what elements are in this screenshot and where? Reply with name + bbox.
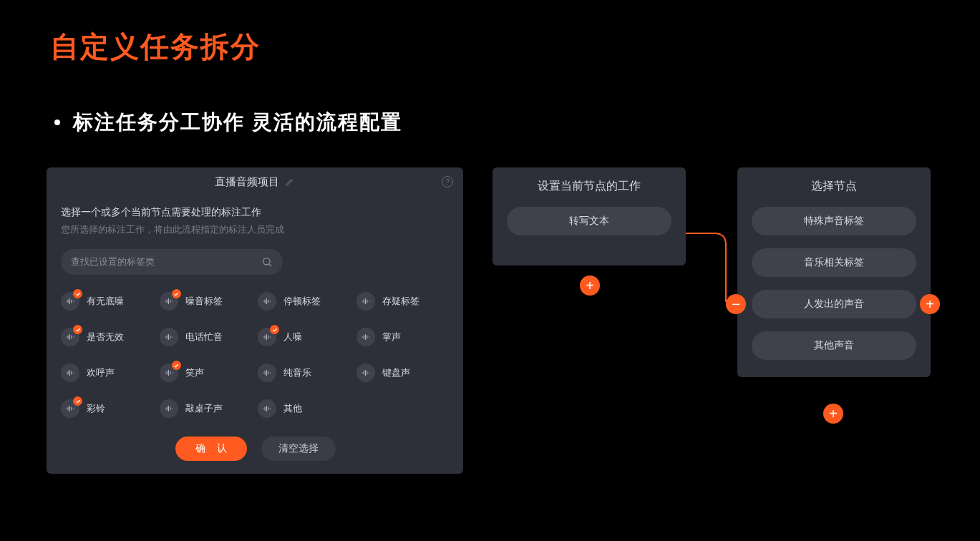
tag-label: 欢呼声 — [87, 366, 115, 379]
tag-grid: 有无底噪噪音标签停顿标签存疑标签是否无效电话忙音人噪掌声欢呼声笑声纯音乐键盘声彩… — [61, 292, 449, 418]
clear-button[interactable]: 清空选择 — [261, 437, 336, 461]
panel-header: 直播音频项目 ? — [47, 167, 463, 196]
card-b-title: 选择节点 — [752, 179, 916, 194]
search-icon — [261, 256, 273, 268]
confirm-button[interactable]: 确 认 — [175, 437, 247, 461]
bullet-dot — [54, 120, 60, 125]
tag-label: 敲桌子声 — [185, 402, 223, 415]
checked-badge — [73, 396, 82, 406]
tag-item[interactable]: 掌声 — [356, 328, 450, 346]
tag-label: 掌声 — [382, 331, 401, 343]
tag-item[interactable]: 敲桌子声 — [160, 399, 253, 418]
tag-label: 是否无效 — [87, 331, 124, 343]
tag-label: 电话忙音 — [185, 331, 223, 343]
waveform-icon — [258, 364, 276, 382]
search-input[interactable]: 查找已设置的标签类 — [61, 249, 283, 275]
tag-label: 噪音标签 — [185, 295, 223, 308]
tag-item[interactable]: 噪音标签 — [160, 292, 253, 311]
tag-label: 笑声 — [185, 366, 204, 379]
checked-badge — [270, 325, 279, 334]
add-node-a-button[interactable]: + — [580, 276, 600, 296]
waveform-icon — [61, 364, 79, 382]
tag-item[interactable]: 人噪 — [258, 328, 351, 346]
waveform-icon — [61, 292, 79, 311]
waveform-icon — [356, 292, 375, 311]
checked-badge — [172, 289, 181, 298]
tag-item[interactable]: 其他 — [258, 399, 351, 418]
node-pill[interactable]: 特殊声音标签 — [752, 207, 916, 235]
button-row: 确 认 清空选择 — [61, 437, 449, 461]
checked-badge — [172, 361, 181, 370]
waveform-icon — [258, 399, 276, 418]
waveform-icon — [356, 364, 375, 382]
waveform-icon — [356, 328, 375, 346]
help-icon[interactable]: ? — [442, 176, 453, 187]
tag-item[interactable]: 存疑标签 — [356, 292, 450, 311]
waveform-icon — [258, 328, 276, 346]
tag-label: 存疑标签 — [382, 295, 419, 308]
page-title: 自定义任务拆分 — [50, 27, 261, 67]
tag-item[interactable]: 笑声 — [160, 364, 253, 382]
search-placeholder: 查找已设置的标签类 — [71, 255, 155, 268]
add-node-right-button[interactable]: + — [920, 294, 940, 314]
bullet-row: 标注任务分工协作 灵活的流程配置 — [54, 109, 402, 136]
node-pill[interactable]: 其他声音 — [752, 331, 916, 360]
waveform-icon — [160, 328, 178, 346]
tag-label: 纯音乐 — [283, 366, 311, 379]
select-node-card: 选择节点 特殊声音标签音乐相关标签人发出的声音其他声音 — [737, 167, 931, 377]
remove-connection-button[interactable]: − — [726, 294, 746, 314]
waveform-icon — [160, 364, 178, 382]
tag-item[interactable]: 电话忙音 — [160, 328, 253, 346]
checked-badge — [73, 325, 82, 334]
tag-item[interactable]: 有无底噪 — [61, 292, 154, 311]
tag-label: 其他 — [283, 402, 302, 415]
edit-icon[interactable] — [285, 177, 295, 187]
tag-item[interactable]: 彩铃 — [61, 399, 154, 418]
work-pill[interactable]: 转写文本 — [507, 207, 671, 235]
panel-title: 直播音频项目 — [215, 175, 279, 189]
tag-item[interactable]: 是否无效 — [61, 328, 154, 346]
tag-label: 停顿标签 — [283, 295, 321, 308]
current-node-work-card: 设置当前节点的工作 转写文本 — [493, 167, 686, 265]
panel-subtitle-1: 选择一个或多个当前节点需要处理的标注工作 — [61, 206, 449, 219]
waveform-icon — [61, 399, 79, 418]
waveform-icon — [61, 328, 79, 346]
bullet-text: 标注任务分工协作 灵活的流程配置 — [73, 109, 402, 136]
labeling-config-panel: 直播音频项目 ? 选择一个或多个当前节点需要处理的标注工作 您所选择的标注工作，… — [47, 167, 463, 474]
tag-label: 人噪 — [283, 331, 302, 343]
panel-subtitle-2: 您所选择的标注工作，将由此流程指定的标注人员完成 — [61, 223, 449, 236]
waveform-icon — [160, 399, 178, 418]
tag-item[interactable]: 停顿标签 — [258, 292, 351, 311]
tag-item[interactable]: 纯音乐 — [258, 364, 351, 382]
tag-label: 键盘声 — [382, 366, 410, 379]
checked-badge — [73, 289, 82, 298]
card-a-title: 设置当前节点的工作 — [507, 179, 671, 194]
node-pill[interactable]: 人发出的声音 — [752, 290, 916, 318]
node-pill[interactable]: 音乐相关标签 — [752, 248, 916, 277]
add-node-b-bottom-button[interactable]: + — [823, 404, 843, 424]
tag-label: 彩铃 — [87, 402, 105, 415]
waveform-icon — [258, 292, 276, 311]
tag-label: 有无底噪 — [87, 295, 124, 308]
tag-item[interactable]: 欢呼声 — [61, 364, 154, 382]
svg-point-0 — [263, 258, 270, 265]
tag-item[interactable]: 键盘声 — [356, 364, 450, 382]
waveform-icon — [160, 292, 178, 311]
